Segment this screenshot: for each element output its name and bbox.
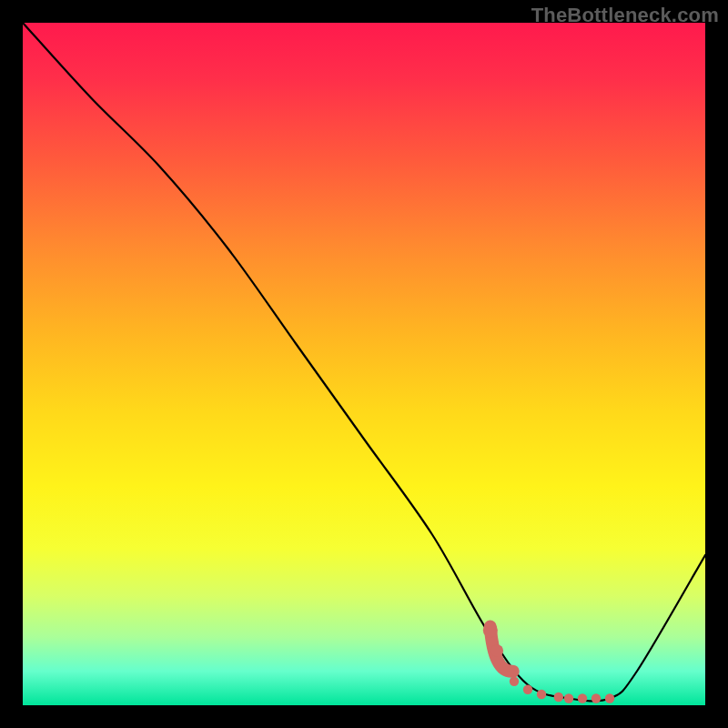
- valley-dot: [554, 693, 563, 702]
- valley-dot: [483, 623, 498, 638]
- valley-dot: [578, 693, 587, 703]
- curve-layer: [23, 23, 705, 705]
- valley-dot: [564, 693, 573, 703]
- valley-dot: [523, 685, 532, 694]
- valley-dot: [537, 690, 546, 699]
- valley-dot: [491, 644, 504, 657]
- valley-dot: [510, 677, 519, 686]
- plot-area: [23, 23, 705, 705]
- valley-marker-dots: [483, 623, 614, 703]
- valley-dot: [592, 693, 601, 703]
- valley-dot: [499, 662, 509, 672]
- bottleneck-curve-path: [23, 23, 705, 701]
- valley-dot: [605, 693, 614, 703]
- chart-frame: TheBottleneck.com: [0, 0, 728, 728]
